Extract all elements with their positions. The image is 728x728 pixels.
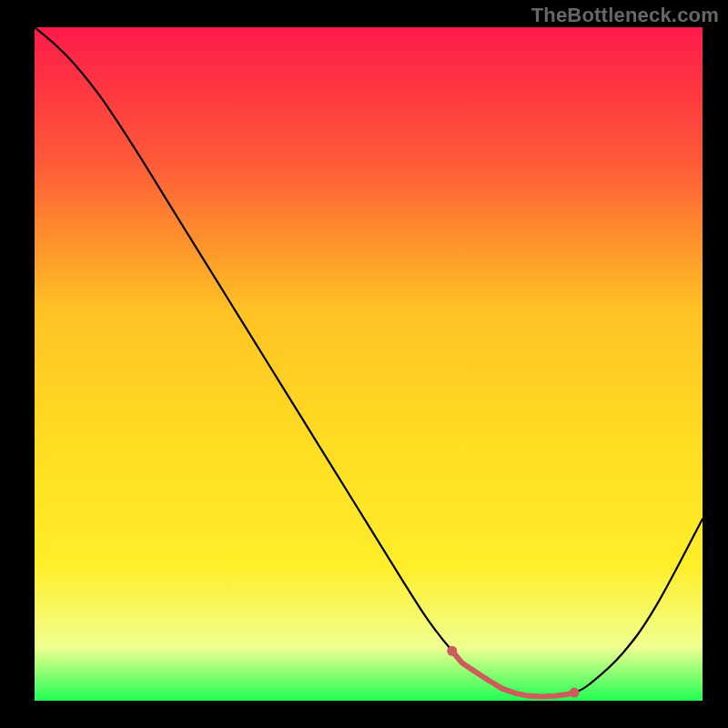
gradient-area [35, 27, 703, 701]
bottleneck-chart: TheBottleneck.com [0, 0, 728, 728]
marker-dot [447, 646, 457, 656]
chart-svg [0, 0, 728, 728]
watermark-text: TheBottleneck.com [531, 4, 719, 27]
marker-dot [570, 688, 580, 698]
